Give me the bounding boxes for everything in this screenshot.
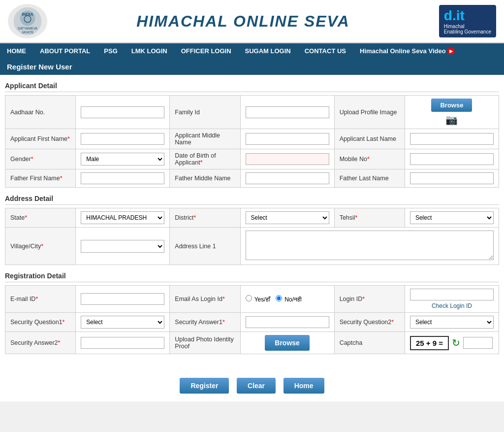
- security-q1-select-cell: Select: [76, 313, 170, 332]
- captcha-equation: 25 + 9 =: [410, 336, 449, 350]
- state-select-cell: HIMACHAL PRADESH: [76, 208, 170, 228]
- mobile-input[interactable]: [410, 153, 494, 165]
- table-row: Applicant First Name* Applicant Middle N…: [5, 129, 499, 149]
- district-select-cell: Select: [240, 208, 334, 228]
- svg-text:JAYATE: JAYATE: [22, 31, 34, 34]
- check-login-id-link[interactable]: Check Login ID: [410, 302, 494, 309]
- gender-select[interactable]: Male Female Other: [81, 153, 164, 166]
- email-input[interactable]: [81, 293, 164, 305]
- nav-about[interactable]: ABOUT PORTAL: [33, 43, 97, 59]
- nav-contact[interactable]: CONTACT US: [298, 43, 353, 59]
- main-content: Register New User Applicant Detail Aadha…: [0, 59, 504, 370]
- page-section-header: Register New User: [0, 59, 504, 75]
- no-radio[interactable]: [276, 295, 282, 301]
- email-label: E-mail ID*: [5, 286, 76, 313]
- first-name-input[interactable]: [81, 133, 164, 145]
- nav-video[interactable]: Himachal Online Seva Video ▶: [353, 43, 461, 59]
- applicant-detail-table: Aadhaar No. Family Id Upload Profile Ima…: [5, 95, 499, 188]
- table-row: E-mail ID* Email As Login Id* Yes/हाँ No…: [5, 286, 499, 313]
- table-row: Aadhaar No. Family Id Upload Profile Ima…: [5, 96, 499, 129]
- captcha-label: Captcha: [334, 332, 405, 354]
- first-name-input-cell: [76, 129, 170, 149]
- upload-photo-cell: Browse: [240, 332, 334, 354]
- address-line1-input[interactable]: [246, 231, 494, 260]
- upload-profile-cell: Browse 📷: [405, 96, 499, 129]
- aadhaar-input[interactable]: [81, 106, 164, 118]
- father-first-name-label: Father First Name*: [5, 169, 76, 188]
- security-ans2-input[interactable]: [81, 337, 164, 349]
- security-ans1-input-cell: [240, 313, 334, 332]
- village-label: Village/City*: [5, 228, 76, 265]
- address-line1-input-cell: [240, 228, 499, 265]
- dit-logo: d.it: [444, 8, 491, 24]
- security-ans2-label: Security Answer2*: [5, 332, 76, 354]
- nav-officer[interactable]: OFFICER LOGIN: [174, 43, 238, 59]
- main-nav: HOME ABOUT PORTAL PSG LMK LOGIN OFFICER …: [0, 43, 504, 59]
- yes-radio-label[interactable]: Yes/हाँ: [246, 296, 272, 303]
- dob-input[interactable]: [246, 153, 329, 165]
- security-q2-select-cell: Select: [405, 313, 499, 332]
- header: INDIA SATYAMEVA JAYATE HIMACHAL ONLINE S…: [0, 0, 504, 43]
- nav-lmk[interactable]: LMK LOGIN: [125, 43, 174, 59]
- yes-radio[interactable]: [246, 295, 252, 301]
- nav-home[interactable]: HOME: [0, 43, 33, 59]
- gender-label: Gender*: [5, 149, 76, 169]
- family-id-input-cell: [240, 96, 334, 129]
- captcha-refresh-icon[interactable]: ↻: [452, 337, 460, 349]
- header-title: HIMACHAL ONLINE SEVA: [47, 12, 439, 31]
- tehsil-label: Tehsil*: [334, 208, 405, 228]
- gender-select-cell: Male Female Other: [76, 149, 170, 169]
- register-button[interactable]: Register: [180, 378, 229, 394]
- youtube-badge: ▶: [448, 48, 454, 54]
- address-detail-table: State* HIMACHAL PRADESH District* Select…: [5, 208, 499, 265]
- last-name-input[interactable]: [410, 133, 494, 145]
- logo-left: INDIA SATYAMEVA JAYATE: [8, 4, 47, 38]
- logo-subtext: HimachalEnabling Governance: [444, 24, 491, 34]
- security-q1-select[interactable]: Select: [81, 316, 164, 329]
- state-label: State*: [5, 208, 76, 228]
- login-id-cell: Check Login ID: [405, 286, 499, 313]
- upload-photo-label: Upload Photo Identity Proof: [170, 332, 240, 354]
- nav-sugam[interactable]: SUGAM LOGIN: [238, 43, 298, 59]
- login-id-input[interactable]: [410, 289, 494, 300]
- no-radio-label[interactable]: No/नही: [276, 296, 302, 303]
- captcha-cell: 25 + 9 = ↻: [405, 332, 499, 354]
- table-row: Village/City* Address Line 1: [5, 228, 499, 265]
- father-last-name-input[interactable]: [410, 172, 494, 184]
- email-login-radio-group: Yes/हाँ No/नही: [246, 295, 329, 303]
- table-row: State* HIMACHAL PRADESH District* Select…: [5, 208, 499, 228]
- home-button[interactable]: Home: [284, 378, 324, 394]
- email-input-cell: [76, 286, 170, 313]
- browse-profile-button[interactable]: Browse: [431, 99, 472, 112]
- middle-name-input-cell: [240, 129, 334, 149]
- captcha-input[interactable]: [463, 337, 493, 349]
- security-q2-select[interactable]: Select: [410, 316, 494, 329]
- mobile-input-cell: [405, 149, 499, 169]
- father-first-name-input[interactable]: [81, 172, 164, 184]
- dob-input-cell: [240, 149, 334, 169]
- first-name-label: Applicant First Name*: [5, 129, 76, 149]
- browse-photo-button[interactable]: Browse: [265, 335, 310, 351]
- table-row: Security Question1* Select Security Answ…: [5, 313, 499, 332]
- father-middle-name-input[interactable]: [246, 172, 329, 184]
- aadhaar-input-cell: [76, 96, 170, 129]
- state-select[interactable]: HIMACHAL PRADESH: [81, 211, 164, 224]
- check-login-area: Check Login ID: [410, 289, 494, 309]
- nav-psg[interactable]: PSG: [97, 43, 124, 59]
- family-id-input[interactable]: [246, 106, 329, 118]
- bottom-buttons: Register Clear Home: [0, 370, 504, 401]
- village-select-cell: [76, 228, 170, 265]
- email-as-login-cell: Yes/हाँ No/नही: [240, 286, 334, 313]
- security-ans1-input[interactable]: [246, 316, 329, 328]
- clear-button[interactable]: Clear: [237, 378, 276, 394]
- camera-icon: 📷: [410, 114, 494, 126]
- district-select[interactable]: Select: [246, 211, 329, 224]
- mobile-label: Mobile No*: [334, 149, 405, 169]
- registration-detail-title: Registration Detail: [5, 272, 499, 282]
- father-first-name-input-cell: [76, 169, 170, 188]
- village-select[interactable]: [81, 240, 164, 253]
- address-line1-label: Address Line 1: [170, 228, 240, 265]
- tehsil-select[interactable]: Select: [410, 211, 494, 224]
- security-ans1-label: Security Answer1*: [170, 313, 240, 332]
- middle-name-input[interactable]: [246, 133, 329, 145]
